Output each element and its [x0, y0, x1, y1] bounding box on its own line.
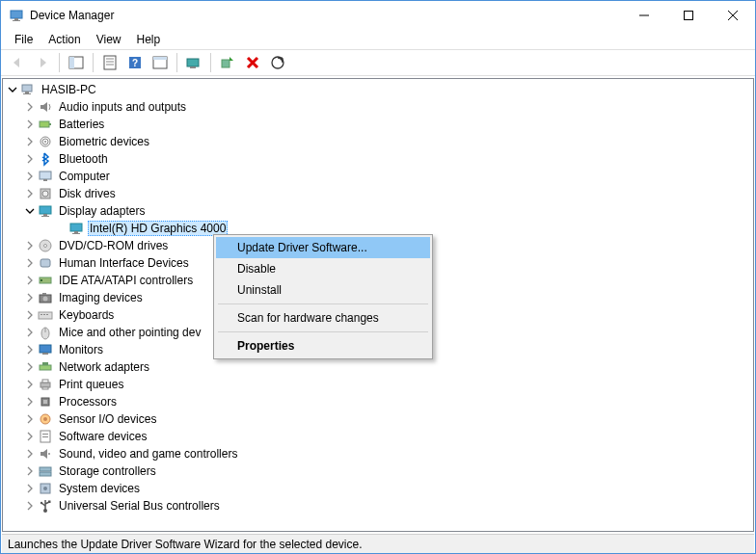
- svg-point-20: [272, 57, 284, 68]
- node-label[interactable]: Software devices: [57, 430, 148, 443]
- node-label[interactable]: Monitors: [57, 343, 105, 356]
- tree-node[interactable]: Software devices: [3, 428, 753, 445]
- svg-point-40: [44, 245, 47, 248]
- expand-arrow-icon[interactable]: [22, 99, 38, 115]
- node-label[interactable]: Intel(R) HD Graphics 4000: [88, 221, 228, 236]
- help-button[interactable]: ?: [123, 52, 147, 73]
- tree-node[interactable]: Sound, video and game controllers: [3, 445, 753, 462]
- uninstall-button[interactable]: [241, 52, 264, 73]
- context-menu-item[interactable]: Uninstall: [216, 279, 430, 301]
- node-label[interactable]: Biometric devices: [57, 135, 151, 148]
- toolbar-separator: [59, 53, 60, 72]
- tree-node[interactable]: Bluetooth: [3, 150, 753, 168]
- svg-rect-50: [46, 314, 48, 315]
- svg-rect-66: [42, 436, 48, 437]
- tree-node[interactable]: Computer: [3, 168, 753, 185]
- node-label[interactable]: System devices: [57, 482, 142, 495]
- network-icon: [38, 359, 53, 375]
- expand-arrow-icon[interactable]: [22, 255, 38, 271]
- context-menu-item[interactable]: Scan for hardware changes: [216, 307, 430, 329]
- tree-node[interactable]: Disk drives: [3, 185, 753, 202]
- node-label[interactable]: Batteries: [57, 118, 106, 131]
- expand-arrow-icon[interactable]: [22, 429, 38, 444]
- expand-arrow-icon[interactable]: [22, 394, 38, 409]
- context-menu-item[interactable]: Update Driver Software...: [216, 237, 430, 258]
- minimize-button[interactable]: [622, 1, 666, 30]
- svg-rect-43: [40, 279, 42, 281]
- node-label[interactable]: Human Interface Devices: [57, 256, 191, 270]
- tree-node[interactable]: Processors: [3, 393, 753, 410]
- menu-view[interactable]: View: [89, 32, 129, 47]
- expand-arrow-icon[interactable]: [22, 290, 38, 305]
- collapse-arrow-icon[interactable]: [5, 82, 20, 97]
- tree-node[interactable]: Network adapters: [3, 358, 753, 376]
- node-label[interactable]: Sensor I/O devices: [57, 412, 158, 426]
- context-menu-item[interactable]: Properties: [216, 335, 430, 356]
- forward-button: [31, 52, 54, 73]
- node-label[interactable]: Audio inputs and outputs: [57, 100, 188, 114]
- node-label[interactable]: Universal Serial Bus controllers: [57, 499, 222, 513]
- properties-button[interactable]: [98, 52, 122, 73]
- tree-root[interactable]: HASIB-PC: [3, 81, 753, 98]
- expand-arrow-icon[interactable]: [22, 238, 38, 253]
- expand-arrow-icon[interactable]: [22, 342, 38, 357]
- status-bar: Launches the Update Driver Software Wiza…: [2, 534, 754, 553]
- node-label[interactable]: DVD/CD-ROM drives: [57, 239, 170, 252]
- maximize-button[interactable]: [666, 1, 711, 30]
- expand-arrow-icon[interactable]: [22, 377, 38, 392]
- menu-action[interactable]: Action: [40, 32, 88, 47]
- node-label[interactable]: Computer: [57, 170, 112, 183]
- expand-arrow-icon[interactable]: [22, 134, 38, 149]
- svg-rect-61: [43, 400, 47, 404]
- node-label[interactable]: Disk drives: [57, 187, 118, 200]
- node-label[interactable]: Imaging devices: [57, 291, 145, 304]
- expand-arrow-icon[interactable]: [22, 481, 38, 496]
- expand-arrow-icon[interactable]: [22, 273, 38, 288]
- svg-rect-57: [40, 383, 50, 387]
- node-label[interactable]: Display adapters: [57, 204, 147, 218]
- tree-node[interactable]: Universal Serial Bus controllers: [3, 497, 753, 514]
- node-label[interactable]: IDE ATA/ATAPI controllers: [57, 274, 195, 287]
- node-label[interactable]: Keyboards: [57, 308, 116, 322]
- expand-arrow-icon[interactable]: [22, 359, 38, 375]
- context-menu-item[interactable]: Disable: [216, 258, 430, 279]
- tree-node[interactable]: Biometric devices: [3, 133, 753, 150]
- expand-arrow-icon[interactable]: [22, 307, 38, 323]
- app-icon: [9, 8, 24, 23]
- tree-node[interactable]: Batteries: [3, 116, 753, 133]
- collapse-arrow-icon[interactable]: [22, 203, 38, 219]
- node-label[interactable]: Network adapters: [57, 360, 151, 374]
- svg-rect-54: [42, 353, 48, 355]
- update-driver-button[interactable]: [182, 52, 205, 73]
- tree-node[interactable]: System devices: [3, 480, 753, 497]
- expand-arrow-icon[interactable]: [22, 186, 38, 201]
- tree-node[interactable]: Sensor I/O devices: [3, 410, 753, 428]
- tree-node[interactable]: Print queues: [3, 376, 753, 393]
- scan-hardware-button[interactable]: [266, 52, 289, 73]
- tree-node[interactable]: Audio inputs and outputs: [3, 98, 753, 116]
- enable-button[interactable]: [216, 52, 239, 73]
- biometric-icon: [38, 134, 53, 149]
- tree-node[interactable]: Display adapters: [3, 202, 753, 220]
- expand-arrow-icon[interactable]: [22, 463, 38, 479]
- node-label[interactable]: Mice and other pointing dev: [57, 326, 202, 339]
- node-label[interactable]: Processors: [57, 395, 119, 409]
- node-label[interactable]: Print queues: [57, 378, 125, 391]
- action-button[interactable]: [148, 52, 172, 73]
- expand-arrow-icon[interactable]: [22, 446, 38, 462]
- show-hide-tree-button[interactable]: [65, 52, 88, 73]
- close-button[interactable]: [711, 1, 755, 30]
- menu-help[interactable]: Help: [129, 32, 169, 47]
- tree-node[interactable]: Storage controllers: [3, 462, 753, 480]
- root-label[interactable]: HASIB-PC: [40, 83, 98, 96]
- expand-arrow-icon[interactable]: [22, 169, 38, 184]
- node-label[interactable]: Sound, video and game controllers: [57, 447, 239, 461]
- expand-arrow-icon[interactable]: [22, 151, 38, 167]
- menu-file[interactable]: File: [7, 32, 40, 47]
- expand-arrow-icon[interactable]: [22, 117, 38, 132]
- expand-arrow-icon[interactable]: [22, 411, 38, 427]
- expand-arrow-icon[interactable]: [22, 325, 38, 340]
- node-label[interactable]: Bluetooth: [57, 152, 110, 166]
- node-label[interactable]: Storage controllers: [57, 464, 158, 478]
- expand-arrow-icon[interactable]: [22, 498, 38, 514]
